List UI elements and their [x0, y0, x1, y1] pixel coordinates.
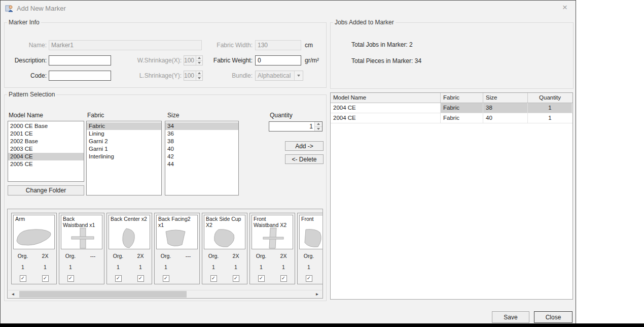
column-header-fabric[interactable]: Fabric — [441, 93, 483, 103]
piece-thumbnail: Arm — [13, 215, 55, 249]
spin-up-button[interactable] — [315, 122, 322, 126]
cell-model[interactable]: 2004 CE — [331, 113, 441, 123]
alt-qty — [82, 264, 104, 270]
scrollbar-thumb[interactable] — [19, 291, 187, 298]
list-item[interactable]: 2002 Base — [8, 138, 84, 145]
change-folder-button[interactable]: Change Folder — [8, 185, 84, 195]
org-label: Org. — [59, 253, 82, 259]
list-item[interactable]: 2005 CE — [8, 160, 84, 168]
cell-size[interactable]: 38 — [483, 103, 528, 113]
alt-label — [320, 253, 323, 259]
list-item[interactable]: 40 — [165, 145, 238, 153]
list-item-selected[interactable]: 34 — [165, 122, 238, 130]
list-item[interactable]: 2000 CE Base — [8, 122, 84, 130]
cell-fabric[interactable]: Fabric — [441, 103, 483, 113]
piece-checkbox[interactable]: ✓ — [115, 275, 122, 282]
fabric-width-input[interactable] — [255, 40, 301, 50]
piece-checkbox[interactable]: ✓ — [210, 275, 217, 282]
piece-quantities: 1 — [59, 264, 104, 270]
piece-card[interactable]: Arm Org. 2X 1 1 — [11, 213, 57, 284]
piece-checkbox[interactable]: ✓ — [306, 275, 312, 282]
piece-checkbox[interactable]: ✓ — [137, 275, 144, 282]
list-item[interactable]: Garni 1 — [87, 145, 161, 153]
list-item[interactable]: 2003 CE — [8, 145, 84, 153]
cell-size[interactable]: 40 — [483, 113, 528, 123]
alt-label: 2X — [129, 253, 152, 259]
piece-checkbox[interactable]: ✓ — [258, 275, 265, 282]
l-shrinkage-spinner[interactable]: 100 — [184, 71, 203, 81]
close-icon[interactable]: × — [562, 3, 567, 12]
scroll-left-icon[interactable]: ◄ — [9, 290, 17, 298]
close-button[interactable]: Close — [534, 311, 573, 323]
list-item[interactable]: 38 — [165, 138, 238, 145]
piece-card[interactable]: Back Facing2 x1 Org. --- 1 — [154, 213, 200, 284]
size-list: 34 36 38 40 42 44 — [165, 121, 239, 195]
horizontal-scrollbar[interactable]: ◄ ► — [8, 290, 322, 298]
piece-quantities: 1 1 — [107, 264, 152, 270]
jobs-table-header: Model Name Fabric Size Quantity — [331, 93, 573, 103]
list-item[interactable]: Garni 2 — [87, 138, 161, 145]
list-item[interactable]: 44 — [165, 160, 238, 168]
bundle-select[interactable]: Alphabetical — [255, 71, 303, 81]
list-item[interactable]: Interlining — [87, 153, 161, 160]
cell-quantity[interactable]: 1 — [528, 113, 572, 123]
column-header-quantity[interactable]: Quantity — [528, 93, 572, 103]
cell-model[interactable]: 2004 CE — [331, 103, 441, 113]
quantity-stepper[interactable]: 1 — [269, 121, 323, 132]
list-item[interactable]: 2001 CE — [8, 130, 84, 138]
description-label: Description: — [6, 55, 47, 66]
piece-checkbox[interactable]: ✓ — [67, 275, 74, 282]
piece-columns: Org. 2X — [107, 253, 152, 259]
piece-checkbox[interactable]: ✓ — [280, 275, 287, 282]
name-input[interactable] — [49, 40, 202, 50]
list-item[interactable]: 36 — [165, 130, 238, 138]
list-item[interactable]: 42 — [165, 153, 238, 160]
table-row[interactable]: 2004 CE Fabric 40 1 — [331, 113, 573, 123]
cell-fabric[interactable]: Fabric — [441, 113, 483, 123]
list-item[interactable]: Lining — [87, 130, 161, 138]
piece-checkbox[interactable]: ✓ — [163, 275, 169, 282]
checkmark-icon: ✓ — [116, 276, 121, 281]
piece-card[interactable]: Front Org. 1 — [297, 213, 323, 284]
alt-label: 2X — [225, 253, 247, 259]
alt-qty: 1 — [272, 264, 295, 270]
piece-name: Arm — [14, 215, 54, 222]
piece-card[interactable]: Back Center x2 Org. 2X 1 1 — [106, 213, 152, 284]
w-shrinkage-value: 100 — [184, 56, 196, 65]
delete-button[interactable]: <- Delete — [285, 154, 324, 164]
spin-down-button[interactable] — [315, 126, 322, 132]
chevron-down-icon[interactable] — [294, 71, 303, 80]
spinner-buttons — [314, 122, 322, 131]
org-qty: 1 — [298, 264, 320, 270]
checkmark-icon: ✓ — [233, 276, 239, 281]
arm-piece-shape-icon — [15, 227, 54, 249]
save-button[interactable]: Save — [492, 311, 529, 323]
add-button[interactable]: Add -> — [285, 141, 324, 151]
column-header-model[interactable]: Model Name — [331, 93, 441, 103]
list-item-selected[interactable]: 2004 CE — [8, 153, 84, 160]
cell-quantity[interactable]: 1 — [528, 103, 572, 113]
piece-checkbox[interactable]: ✓ — [233, 275, 239, 282]
piece-card[interactable]: Back Side Cup X2 Org. 2X 1 1 — [202, 213, 247, 284]
piece-card[interactable]: Front Waistband X2 Org. 2X 1 — [249, 213, 295, 284]
marker-info-legend: Marker Info — [7, 19, 41, 26]
scroll-right-icon[interactable]: ► — [313, 290, 321, 298]
piece-quantities: 1 1 — [12, 264, 56, 270]
code-input[interactable] — [49, 71, 111, 81]
alt-qty: 1 — [129, 264, 152, 270]
column-header-size[interactable]: Size — [483, 93, 528, 103]
table-row[interactable]: 2004 CE Fabric 38 1 — [331, 103, 573, 113]
list-item-selected[interactable]: Fabric — [87, 122, 161, 130]
w-shrinkage-label: W.Shrinkage(X): — [125, 55, 182, 66]
front-waistband-piece-shape-icon — [253, 227, 293, 249]
fabric-weight-input[interactable] — [255, 55, 301, 66]
piece-checkbox[interactable]: ✓ — [20, 275, 26, 282]
piece-card[interactable]: Back Waistband x1 Org. --- 1 — [59, 213, 104, 284]
l-shrinkage-value: 100 — [184, 71, 196, 80]
description-input[interactable] — [49, 55, 111, 66]
w-shrinkage-spinner[interactable]: 100 — [184, 55, 203, 66]
piece-quantities: 1 1 — [250, 264, 295, 270]
waistband-piece-shape-icon — [62, 227, 102, 249]
org-label: Org. — [250, 253, 272, 259]
piece-checkbox[interactable]: ✓ — [42, 275, 49, 282]
